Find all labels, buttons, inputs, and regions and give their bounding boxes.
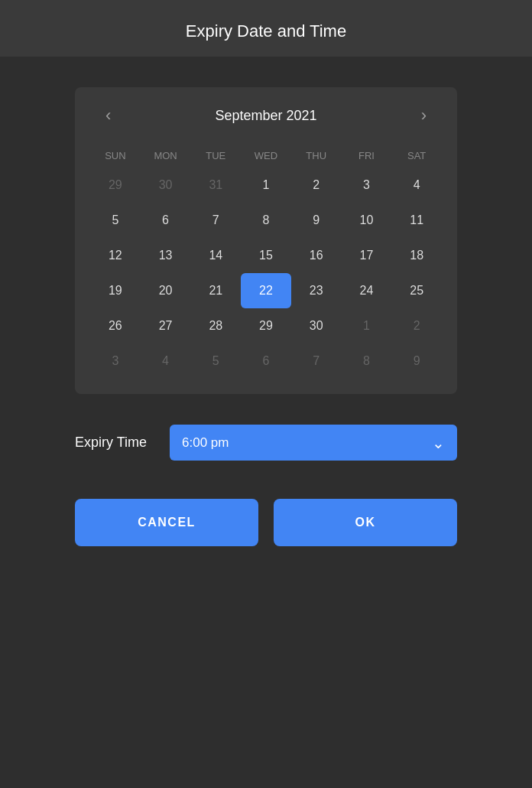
calendar-day[interactable]: 4 — [141, 344, 191, 379]
calendar-day[interactable]: 7 — [291, 344, 342, 379]
calendar-day[interactable]: 5 — [90, 203, 141, 238]
calendar-day[interactable]: 17 — [342, 238, 392, 273]
calendar-day[interactable]: 14 — [190, 238, 241, 273]
calendar-day[interactable]: 1 — [342, 308, 392, 344]
time-dropdown[interactable]: 12:00 am1:00 am2:00 am3:00 am4:00 am5:00… — [170, 425, 457, 461]
main-content: ‹ September 2021 › SUNMONTUEWEDTHUFRISAT… — [0, 57, 532, 788]
next-month-button[interactable]: › — [414, 103, 434, 129]
calendar-day[interactable]: 27 — [141, 308, 191, 344]
day-header: MON — [141, 144, 191, 168]
day-header: SAT — [391, 144, 442, 168]
calendar-day[interactable]: 7 — [190, 203, 241, 238]
day-header: TUE — [190, 144, 241, 168]
calendar-day[interactable]: 28 — [190, 308, 241, 344]
calendar-day[interactable]: 12 — [90, 238, 141, 273]
calendar-day[interactable]: 21 — [190, 273, 241, 308]
dialog-header: Expiry Date and Time — [0, 0, 532, 57]
calendar-day[interactable]: 29 — [241, 308, 291, 344]
calendar-day[interactable]: 24 — [342, 273, 392, 308]
expiry-time-row: Expiry Time 12:00 am1:00 am2:00 am3:00 a… — [75, 425, 457, 461]
calendar-day[interactable]: 3 — [90, 344, 141, 379]
time-dropdown-wrapper: 12:00 am1:00 am2:00 am3:00 am4:00 am5:00… — [170, 425, 457, 461]
calendar-day[interactable]: 8 — [342, 344, 392, 379]
day-header: WED — [241, 144, 291, 168]
calendar-day[interactable]: 4 — [391, 168, 442, 203]
month-year-label: September 2021 — [215, 108, 316, 124]
calendar: ‹ September 2021 › SUNMONTUEWEDTHUFRISAT… — [75, 87, 457, 394]
calendar-day[interactable]: 2 — [291, 168, 342, 203]
calendar-day[interactable]: 9 — [391, 344, 442, 379]
day-header: FRI — [342, 144, 392, 168]
calendar-day[interactable]: 3 — [342, 168, 392, 203]
calendar-day[interactable]: 16 — [291, 238, 342, 273]
ok-button[interactable]: OK — [274, 499, 457, 546]
calendar-day[interactable]: 20 — [141, 273, 191, 308]
calendar-day[interactable]: 25 — [391, 273, 442, 308]
calendar-day[interactable]: 29 — [90, 168, 141, 203]
button-row: CANCEL OK — [75, 499, 457, 546]
calendar-day[interactable]: 26 — [90, 308, 141, 344]
calendar-day[interactable]: 9 — [291, 203, 342, 238]
calendar-day[interactable]: 5 — [190, 344, 241, 379]
calendar-day[interactable]: 10 — [342, 203, 392, 238]
day-header: SUN — [90, 144, 141, 168]
cancel-button[interactable]: CANCEL — [75, 499, 258, 546]
calendar-day[interactable]: 19 — [90, 273, 141, 308]
prev-month-button[interactable]: ‹ — [98, 103, 118, 129]
calendar-day[interactable]: 30 — [291, 308, 342, 344]
calendar-day[interactable]: 6 — [241, 344, 291, 379]
day-header: THU — [291, 144, 342, 168]
dialog-title: Expiry Date and Time — [15, 21, 517, 41]
calendar-day[interactable]: 6 — [141, 203, 191, 238]
calendar-grid: SUNMONTUEWEDTHUFRISAT2930311234567891011… — [90, 144, 442, 379]
calendar-nav: ‹ September 2021 › — [90, 103, 442, 129]
calendar-day[interactable]: 11 — [391, 203, 442, 238]
calendar-day[interactable]: 23 — [291, 273, 342, 308]
calendar-day[interactable]: 30 — [141, 168, 191, 203]
expiry-time-label: Expiry Time — [75, 435, 147, 451]
calendar-day[interactable]: 22 — [241, 273, 291, 308]
calendar-day[interactable]: 8 — [241, 203, 291, 238]
calendar-day[interactable]: 18 — [391, 238, 442, 273]
calendar-day[interactable]: 1 — [241, 168, 291, 203]
calendar-day[interactable]: 13 — [141, 238, 191, 273]
calendar-day[interactable]: 2 — [391, 308, 442, 344]
calendar-day[interactable]: 15 — [241, 238, 291, 273]
calendar-day[interactable]: 31 — [190, 168, 241, 203]
